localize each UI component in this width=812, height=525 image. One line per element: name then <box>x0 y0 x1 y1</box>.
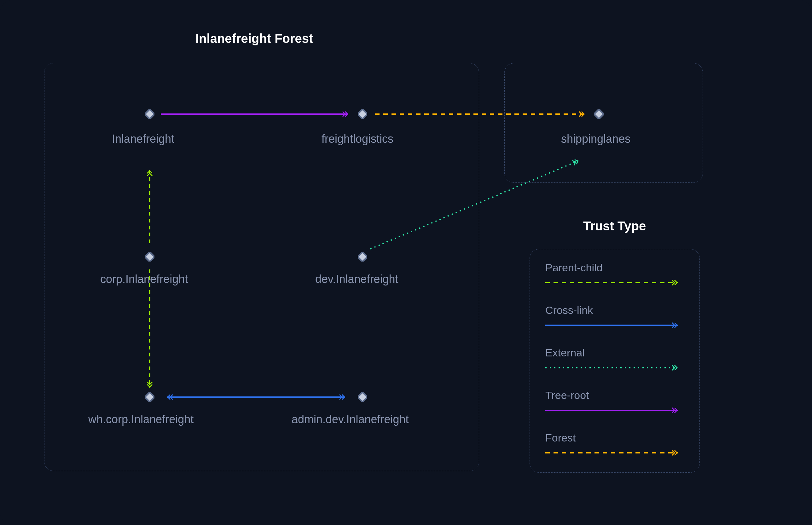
node-wh-icon <box>145 392 154 402</box>
forest-title: Inlanefreight Forest <box>195 31 313 46</box>
node-dev-icon <box>358 252 367 261</box>
legend-panel-content: Parent-child Cross-link External Tree-ro… <box>530 249 700 473</box>
legend-tree-root-label: Tree-root <box>545 389 589 402</box>
legend-parent-child-line <box>545 279 684 286</box>
node-freightlogistics-icon <box>358 109 367 119</box>
legend-cross-link-line <box>545 321 684 329</box>
legend-forest-label: Forest <box>545 432 576 444</box>
legend-parent-child-label: Parent-child <box>545 261 602 274</box>
diagram-canvas: Inlanefreight Forest Trust Type <box>0 0 812 525</box>
node-admin-label: admin.dev.Inlanefreight <box>292 413 409 426</box>
node-dev-label: dev.Inlanefreight <box>315 273 398 286</box>
shippinglanes-panel <box>504 63 703 183</box>
node-inlanefreight-label: Inlanefreight <box>112 132 174 146</box>
legend-title: Trust Type <box>583 219 646 233</box>
node-wh-label: wh.corp.Inlanefreight <box>88 413 194 426</box>
node-corp-icon <box>145 252 154 261</box>
node-corp-label: corp.Inlanefreight <box>100 273 188 286</box>
legend-forest-line <box>545 449 684 456</box>
node-shippinglanes-label: shippinglanes <box>561 132 631 146</box>
legend-cross-link-label: Cross-link <box>545 304 593 316</box>
node-freightlogistics-label: freightlogistics <box>322 132 394 146</box>
forest-panel <box>44 63 479 471</box>
node-inlanefreight-icon <box>145 109 154 119</box>
legend-external-label: External <box>545 347 585 359</box>
legend-tree-root-line <box>545 406 684 414</box>
node-admin-icon <box>358 392 367 402</box>
legend-external-line <box>545 364 684 372</box>
node-shippinglanes-icon <box>594 109 604 119</box>
